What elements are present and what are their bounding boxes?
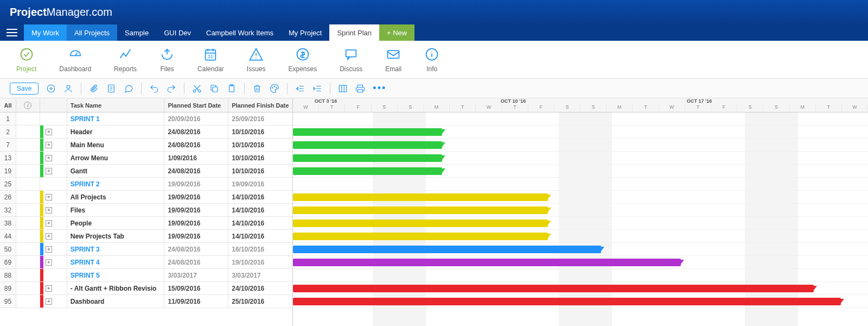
col-all[interactable]: All <box>0 98 16 112</box>
task-name[interactable]: People <box>67 217 165 229</box>
finish-date[interactable]: 10/10/2016 <box>228 152 292 164</box>
finish-date[interactable]: 14/10/2016 <box>228 217 292 229</box>
task-row[interactable]: 44+New Projects Tab19/09/201614/10/2016 <box>0 230 292 243</box>
task-name[interactable]: Gantt <box>67 165 165 177</box>
task-name[interactable]: - Alt Gantt + Ribbon Revisio <box>67 282 165 294</box>
expand-icon[interactable]: + <box>46 246 52 253</box>
gantt-bar[interactable] <box>293 233 548 240</box>
task-row[interactable]: 50+SPRINT 324/08/201616/10/2016 <box>0 243 292 256</box>
start-date[interactable]: 15/09/2016 <box>164 282 228 294</box>
email-nav[interactable]: Email <box>385 47 401 73</box>
start-date[interactable]: 19/09/2016 <box>164 191 228 203</box>
task-name[interactable]: SPRINT 5 <box>67 269 165 281</box>
comment-icon[interactable] <box>124 84 133 93</box>
expand-icon[interactable]: + <box>46 207 52 214</box>
columns-icon[interactable] <box>338 84 348 93</box>
discuss-nav[interactable]: Discuss <box>340 47 362 73</box>
task-name[interactable]: Files <box>67 204 165 216</box>
start-date[interactable]: 24/08/2016 <box>164 126 228 138</box>
start-date[interactable]: 1/09/2016 <box>164 152 228 164</box>
task-row[interactable]: 89+- Alt Gantt + Ribbon Revisio15/09/201… <box>0 282 292 295</box>
expand-icon[interactable]: + <box>46 129 52 135</box>
gantt-bar[interactable] <box>293 259 681 266</box>
dashboard-nav[interactable]: Dashboard <box>59 47 91 73</box>
hamburger-icon[interactable] <box>7 29 17 36</box>
start-date[interactable]: 24/08/2016 <box>164 256 228 268</box>
finish-date[interactable]: 19/10/2016 <box>228 256 292 268</box>
tab-all-projects[interactable]: All Projects <box>67 24 117 41</box>
issues-nav[interactable]: Issues <box>247 47 266 73</box>
task-name[interactable]: Header <box>67 126 165 138</box>
start-date[interactable]: 11/09/2016 <box>164 295 228 308</box>
expand-icon[interactable]: + <box>46 142 52 148</box>
files-nav[interactable]: Files <box>159 47 175 73</box>
tab-sample[interactable]: Sample <box>117 24 156 41</box>
task-row[interactable]: 88SPRINT 53/03/20173/03/2017 <box>0 269 292 282</box>
task-name[interactable]: Dashboard <box>67 295 165 308</box>
finish-date[interactable]: 14/10/2016 <box>228 191 292 203</box>
tab-campbell-work-items[interactable]: Campbell Work Items <box>199 24 281 41</box>
outdent-icon[interactable] <box>295 84 305 93</box>
indent-icon[interactable] <box>312 84 322 93</box>
more-icon[interactable]: ••• <box>373 83 386 94</box>
finish-date[interactable]: 14/10/2016 <box>228 204 292 216</box>
finish-date[interactable]: 10/10/2016 <box>228 139 292 151</box>
finish-date[interactable]: 16/10/2016 <box>228 243 292 255</box>
save-button[interactable]: Save <box>10 83 39 95</box>
color-icon[interactable] <box>270 84 279 93</box>
add-icon[interactable] <box>46 84 56 93</box>
new-button[interactable]: + New <box>379 24 414 41</box>
reports-nav[interactable]: Reports <box>114 47 137 73</box>
finish-date[interactable]: 25/09/2016 <box>228 112 292 125</box>
task-row[interactable]: 32+Files19/09/201614/10/2016 <box>0 204 292 217</box>
task-row[interactable]: 13+Arrow Menu1/09/201610/10/2016 <box>0 152 292 165</box>
task-name[interactable]: Main Menu <box>67 139 165 151</box>
finish-date[interactable]: 14/10/2016 <box>228 230 292 242</box>
start-date[interactable]: 19/09/2016 <box>164 178 228 190</box>
task-row[interactable]: 95+Dashboard11/09/201625/10/2016 <box>0 295 292 308</box>
start-date[interactable]: 3/03/2017 <box>164 269 228 281</box>
start-date[interactable]: 24/08/2016 <box>164 139 228 151</box>
task-row[interactable]: 1SPRINT 120/09/201625/09/2016 <box>0 112 292 126</box>
gantt-bar[interactable] <box>293 246 601 253</box>
gantt-bar[interactable] <box>293 285 814 292</box>
task-name[interactable]: SPRINT 3 <box>67 243 165 255</box>
finish-date[interactable]: 19/09/2016 <box>228 178 292 190</box>
print-icon[interactable] <box>355 84 365 93</box>
expand-icon[interactable]: + <box>46 194 52 200</box>
finish-date[interactable]: 24/10/2016 <box>228 282 292 294</box>
task-row[interactable]: 19+Gantt24/08/201610/10/2016 <box>0 165 292 178</box>
finish-date[interactable]: 10/10/2016 <box>228 126 292 138</box>
task-row[interactable]: 26+All Projects19/09/201614/10/2016 <box>0 191 292 204</box>
gantt-bar[interactable] <box>293 193 548 201</box>
start-date[interactable]: 24/08/2016 <box>164 165 228 177</box>
start-date[interactable]: 19/09/2016 <box>164 204 228 216</box>
expand-icon[interactable]: + <box>46 220 52 227</box>
gantt-chart[interactable]: OCT 3 '16 OCT 10 '16 OCT 17 '16 WTFSSMTW… <box>293 98 868 326</box>
task-name[interactable]: SPRINT 1 <box>67 112 165 125</box>
expand-icon[interactable]: + <box>46 168 52 174</box>
col-finish-date[interactable]: Planned Finish Date <box>228 98 292 112</box>
gantt-bar[interactable] <box>293 220 548 227</box>
user-icon[interactable] <box>63 84 73 93</box>
expand-icon[interactable]: + <box>46 233 52 240</box>
start-date[interactable]: 24/08/2016 <box>164 243 228 255</box>
note-icon[interactable] <box>106 84 116 93</box>
task-name[interactable]: Arrow Menu <box>67 152 165 164</box>
gantt-bar[interactable] <box>293 154 442 162</box>
col-start-date[interactable]: Planned Start Date <box>164 98 228 112</box>
attach-icon[interactable] <box>89 84 99 93</box>
info-nav[interactable]: Info <box>424 47 439 73</box>
project-nav[interactable]: Project <box>16 47 36 73</box>
task-name[interactable]: New Projects Tab <box>67 230 165 242</box>
task-name[interactable]: All Projects <box>67 191 165 203</box>
gantt-bar[interactable] <box>293 206 548 214</box>
expand-icon[interactable]: + <box>46 285 52 292</box>
task-name[interactable]: SPRINT 4 <box>67 256 165 268</box>
cut-icon[interactable] <box>192 84 202 93</box>
gantt-bar[interactable] <box>293 167 442 175</box>
delete-icon[interactable] <box>252 84 262 93</box>
finish-date[interactable]: 3/03/2017 <box>228 269 292 281</box>
gantt-bar[interactable] <box>293 298 841 305</box>
gantt-bar[interactable] <box>293 128 442 136</box>
